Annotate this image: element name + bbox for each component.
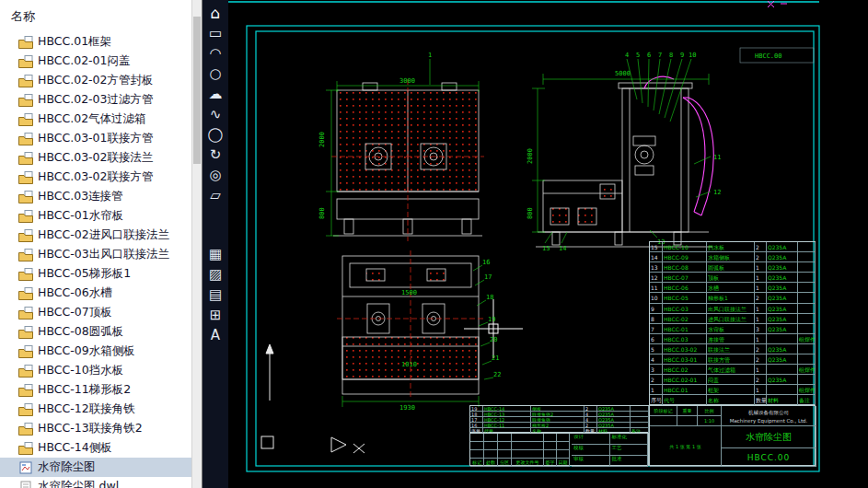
bom-cell	[798, 354, 816, 365]
revision-empty-cell	[484, 442, 498, 450]
part-file-icon	[18, 36, 33, 49]
bom-cell: Q235A	[767, 252, 798, 262]
sidebar-scrollbar-thumb[interactable]	[193, 17, 201, 164]
file-item[interactable]: HBCC.03-02联接方管	[0, 168, 191, 187]
file-item[interactable]: HBCC-06水槽	[0, 284, 191, 303]
file-item[interactable]: HBCC-03出风口联接法兰	[0, 245, 191, 264]
file-item[interactable]: HBCC.02-02方管封板	[0, 71, 191, 90]
rectangle-tool-icon[interactable]: ▭	[205, 24, 226, 42]
bom-cell: 组焊件	[798, 334, 816, 344]
file-item[interactable]: HBCC-10挡水板	[0, 361, 191, 380]
file-item-label: HBCC-05梯形板1	[38, 266, 131, 282]
file-item[interactable]: HBCC-08圆弧板	[0, 322, 191, 342]
company-name-cn: 机械设备有限公司	[722, 409, 816, 417]
circle-tool-icon[interactable]: ○	[205, 64, 226, 83]
file-item-label: HBCC-07顶板	[38, 305, 112, 320]
bom-cell	[798, 293, 816, 303]
file-item[interactable]: HBCC.02-01闷盖	[0, 52, 191, 71]
file-item[interactable]: HBCC.02气体过滤箱	[0, 110, 191, 129]
part-file-icon	[18, 55, 33, 68]
bom-cell: 2	[755, 293, 767, 303]
bom-cell	[798, 273, 816, 283]
part-file-icon	[18, 94, 33, 107]
file-panel-header: 名称	[0, 0, 202, 31]
bom-cell	[798, 375, 816, 385]
part-file-icon	[18, 268, 33, 281]
file-item-selected[interactable]: 水帘除尘图	[0, 458, 191, 477]
bom-cell: 1	[755, 314, 767, 324]
ellipse-tool-icon[interactable]: ◯	[205, 125, 226, 144]
file-item[interactable]: HBCC-09水箱侧板	[0, 342, 191, 361]
revision-empty-cell	[544, 442, 557, 450]
revision-empty-cell	[544, 434, 557, 442]
file-item[interactable]: HBCC-14侧板	[0, 438, 191, 458]
bom-cell: 9	[650, 304, 663, 314]
file-item[interactable]: HBCC-11梯形板2	[0, 380, 191, 400]
file-item[interactable]: HBCC.01框架	[0, 32, 191, 52]
bom-cell: 8	[650, 314, 663, 324]
arc-tool-icon[interactable]: ◠	[205, 44, 226, 63]
bom-cell	[798, 344, 816, 354]
file-item[interactable]: HBCC.03连接管	[0, 187, 191, 206]
revision-empty-cell	[544, 450, 557, 459]
grid-tool-icon[interactable]: ⊞	[205, 306, 226, 324]
bom-cell: 框架	[707, 385, 755, 395]
bom-cell: 圆弧板	[707, 262, 755, 273]
file-item[interactable]: HBCC.02-03过滤方管	[0, 90, 191, 110]
text-tool-icon[interactable]: A	[205, 326, 226, 344]
file-item[interactable]: HBCC-12联接角铁	[0, 400, 191, 419]
dimension-text: 9	[680, 52, 684, 59]
file-item[interactable]: HBCC.03-02联接法兰	[0, 148, 191, 168]
revision-empty-cell	[484, 450, 498, 459]
origin-marker	[261, 436, 273, 448]
sidebar-scrollbar[interactable]	[191, 0, 202, 488]
bom-cell: 5	[650, 344, 663, 354]
file-item[interactable]: HBCC.03-01联接方管	[0, 129, 191, 148]
file-item[interactable]: HBCC-07顶板	[0, 303, 191, 322]
file-item-label: HBCC-14侧板	[38, 440, 112, 456]
bom-cell: Q235A	[767, 354, 798, 365]
file-item[interactable]: HBCC-01水帘板	[0, 206, 191, 226]
bom-cell: 梯形板1	[707, 293, 755, 303]
layers-tool-icon[interactable]: ▤	[205, 285, 226, 304]
x-marker	[353, 444, 365, 453]
bom-cell: 11	[650, 283, 663, 293]
dimension-text: 2000	[527, 148, 534, 164]
triangle-symbol	[331, 437, 346, 452]
offset-tool-icon[interactable]: ◎	[205, 166, 226, 184]
role-label: 审核	[572, 456, 610, 467]
polyline-tool-icon[interactable]: ∿	[205, 105, 226, 123]
revision-header-cell: 日期	[557, 459, 570, 467]
home-tool-icon[interactable]: ⌂	[205, 4, 226, 22]
bom-cell: 1	[650, 385, 663, 395]
style-tool-icon[interactable]: ▨	[205, 265, 226, 284]
file-item-label: HBCC-12联接角铁	[38, 401, 135, 417]
rotate-tool-icon[interactable]: ↻	[205, 145, 226, 164]
erase-tool-icon[interactable]: ▱	[205, 186, 226, 204]
scale-label: 比例	[698, 406, 722, 416]
bom-cell: HBCC-01	[663, 324, 707, 334]
bom-cell: 7	[650, 324, 663, 334]
bom-cell	[767, 385, 798, 395]
drawing-canvas[interactable]: 3000120008001500101019305000456789101112…	[228, 0, 868, 488]
drawing-number: HBCC.00	[722, 448, 816, 467]
bom-header-cell: 名称	[707, 395, 755, 405]
file-item[interactable]: 水帘除尘图.dwl	[0, 477, 191, 488]
file-item[interactable]: HBCC-13联接角铁2	[0, 419, 191, 438]
revision-empty-cell	[470, 434, 484, 442]
bom-cell: 组焊件	[798, 385, 816, 395]
file-item[interactable]: HBCC-05梯形板1	[0, 264, 191, 284]
bom-cell: 13	[650, 262, 663, 273]
file-item-label: HBCC.03连接管	[38, 189, 123, 204]
role-label: 校核	[572, 445, 610, 456]
file-item-label: HBCC.02-03过滤方管	[38, 92, 154, 108]
bom-cell: HBCC.02-01	[663, 375, 707, 385]
bom-cell: 2	[650, 375, 663, 385]
file-item[interactable]: HBCC-02进风口联接法兰	[0, 226, 191, 245]
dimension-text: 4	[625, 52, 629, 59]
hatch-tool-icon[interactable]: ▦	[205, 245, 226, 263]
dimension-text: 11	[713, 154, 721, 161]
bom-cell: 进风口联接法兰	[707, 314, 755, 324]
file-item-label: HBCC.03-01联接方管	[38, 131, 154, 146]
revision-cloud-tool-icon[interactable]: ☁	[205, 85, 226, 103]
